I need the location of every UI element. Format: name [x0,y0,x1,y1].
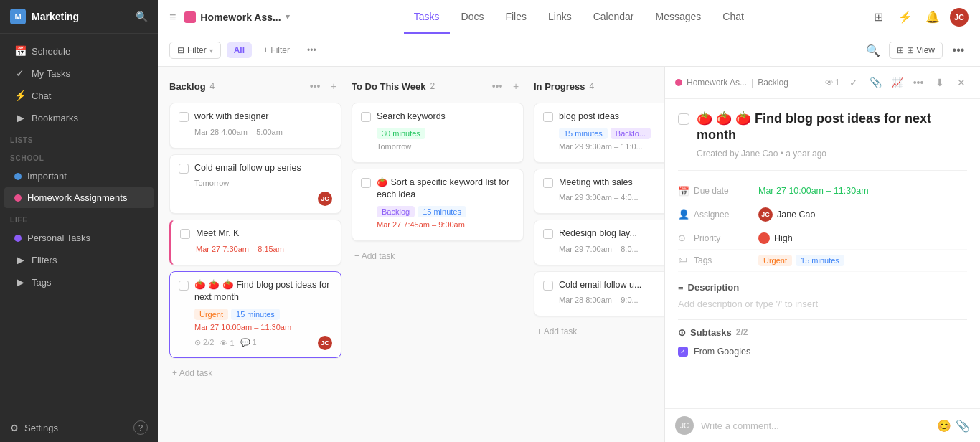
sidebar-item-chat[interactable]: ⚡ Chat [4,85,154,106]
assignee-value[interactable]: JC Jane Cao [758,207,816,222]
card-top-t1: Search keywords [361,110,514,123]
col-more-todo[interactable]: ••• [489,78,505,94]
emoji-icon[interactable]: 😊 [937,419,951,433]
card-checkbox-t2[interactable] [361,178,371,188]
tab-messages[interactable]: Messages [646,1,712,34]
subtask-checkbox-1[interactable]: ✓ [678,347,688,357]
grid-icon[interactable]: ⊞ [868,7,888,27]
card-ip1[interactable]: blog post ideas 15 minutesBacklo... Mar … [534,103,664,163]
sidebar-item-homework[interactable]: Homework Assignments [4,187,154,208]
card-title-c4: 🍅 🍅 🍅 Find blog post ideas for next mont… [194,279,332,304]
column-inprogress: In Progress 4 ••• + blog post ideas 15 m… [534,75,664,433]
sidebar-item-important[interactable]: Important [4,166,154,187]
more-options-button[interactable]: ••• [948,40,969,60]
close-button[interactable]: ✕ [953,74,970,91]
watch-button[interactable]: 👁 1 [824,74,841,91]
card-c4[interactable]: 🍅 🍅 🍅 Find blog post ideas for next mont… [169,271,341,358]
subtasks-header: ⊙ Subtasks 2/2 [678,327,967,338]
tab-links[interactable]: Links [538,1,582,34]
tag-urgent[interactable]: Urgent [758,255,792,266]
card-ip4[interactable]: Cold email follow u... Mar 28 8:00am – 9… [534,271,664,317]
tab-docs[interactable]: Docs [451,1,494,34]
card-checkbox-t1[interactable] [361,112,371,122]
priority-value[interactable]: High [758,232,793,244]
tab-chat[interactable]: Chat [712,1,754,34]
card-ip3[interactable]: Redesign blog lay... Mar 29 7:00am – 8:0… [534,220,664,265]
col-add-backlog[interactable]: + [326,78,341,94]
sidebar-item-homework-label: Homework Assignments [27,192,127,203]
card-t1[interactable]: Search keywords 30 minutes Tomorrow [352,103,524,163]
tag: 15 minutes [418,206,466,217]
activity-button[interactable]: 📈 [888,74,905,91]
task-complete-checkbox[interactable] [678,113,689,125]
bell-icon[interactable]: 🔔 [923,7,943,27]
task-detail-title: 🍅 🍅 🍅 Find blog post ideas for next mont… [697,110,967,144]
subtasks-meta: ⊙ 2/2 [194,338,214,347]
minimize-button[interactable]: ⬇ [931,74,948,91]
card-ip2[interactable]: Meeting with sales Mar 29 3:00am – 4:0..… [534,169,664,215]
card-checkbox-c1[interactable] [179,112,189,122]
user-avatar[interactable]: JC [950,8,969,27]
priority-field: ⊙ Priority High [678,227,967,250]
attachment-button[interactable]: 📎 [867,74,884,91]
complete-button[interactable]: ✓ [845,74,862,91]
comment-input[interactable] [701,420,930,431]
sidebar-item-tags[interactable]: ▶ Tags [4,271,154,293]
sidebar-item-bookmarks[interactable]: ▶ Bookmarks [4,107,154,128]
description-input[interactable]: Add description or type '/' to insert [678,298,967,309]
card-c3[interactable]: Meet Mr. K Mar 27 7:30am – 8:15am [169,220,341,265]
card-c2[interactable]: Cold email follow up series Tomorrow JC [169,154,341,215]
sidebar-item-my-tasks[interactable]: ✓ My Tasks [4,62,154,84]
comment-area: JC 😊 📎 [665,408,980,442]
card-title-ip1: blog post ideas [559,110,664,123]
settings-label: Settings [24,423,58,433]
card-checkbox-ip4[interactable] [543,281,553,291]
sidebar-search-icon[interactable]: 🔍 [136,11,148,22]
card-checkbox-c4[interactable] [179,281,189,291]
detail-more-button[interactable]: ••• [910,74,927,91]
tab-calendar[interactable]: Calendar [583,1,644,34]
card-t2[interactable]: 🍅 Sort a specific keyword list for each … [352,169,524,241]
tab-tasks[interactable]: Tasks [404,1,450,34]
project-name-button[interactable]: Homework Ass... ▾ [184,11,289,23]
sidebar-item-schedule[interactable]: 📅 Schedule [4,40,154,62]
card-checkbox-ip3[interactable] [543,229,553,239]
card-checkbox-ip2[interactable] [543,178,553,188]
sidebar-item-filters[interactable]: ▶ Filters [4,249,154,271]
settings-button[interactable]: ⚙ Settings [10,423,58,433]
add-task-backlog[interactable]: + Add task [169,364,341,382]
add-task-inprogress[interactable]: + Add task [534,322,664,341]
col-add-todo[interactable]: + [508,78,524,94]
card-top-t2: 🍅 Sort a specific keyword list for each … [361,177,514,202]
search-button[interactable]: 🔍 [863,40,883,60]
filter-more-button[interactable]: ••• [301,42,322,58]
sidebar-item-personal[interactable]: Personal Tasks [4,227,154,248]
schedule-icon: 📅 [14,45,26,57]
filter-all-button[interactable]: All [227,42,252,58]
priority-text: High [774,233,793,243]
help-button[interactable]: ? [133,420,148,435]
hamburger-icon[interactable]: ≡ [169,11,176,24]
add-task-todo[interactable]: + Add task [352,247,524,265]
col-more-backlog[interactable]: ••• [307,78,323,94]
tag: 30 minutes [377,128,425,139]
assignee-label: Assignee [694,210,758,220]
description-section: ≡ Description Add description or type '/… [678,272,967,320]
tag-time[interactable]: 15 minutes [796,255,844,266]
filter-add-button[interactable]: + Filter [258,42,296,58]
tag: 15 minutes [231,309,280,320]
due-date-value[interactable]: Mar 27 10:00am – 11:30am [758,186,869,196]
lightning-icon[interactable]: ⚡ [895,7,915,27]
tab-files[interactable]: Files [495,1,537,34]
filter-bar: ⊟ Filter ▾ All + Filter ••• 🔍 ⊞ ⊞ View •… [158,34,980,67]
view-button[interactable]: ⊞ ⊞ View [889,42,943,59]
attachment-comment-icon[interactable]: 📎 [956,419,970,433]
top-nav: ≡ Homework Ass... ▾ TasksDocsFilesLinksC… [158,0,980,34]
card-c1[interactable]: work with designer Mar 28 4:00am – 5:00a… [169,103,341,149]
tag: 15 minutes [559,128,608,139]
card-checkbox-ip1[interactable] [543,112,553,122]
card-checkbox-c3[interactable] [180,229,190,239]
filter-button[interactable]: ⊟ Filter ▾ [169,42,221,59]
card-checkbox-c2[interactable] [179,164,189,174]
view-icon: ⊞ [897,45,904,55]
